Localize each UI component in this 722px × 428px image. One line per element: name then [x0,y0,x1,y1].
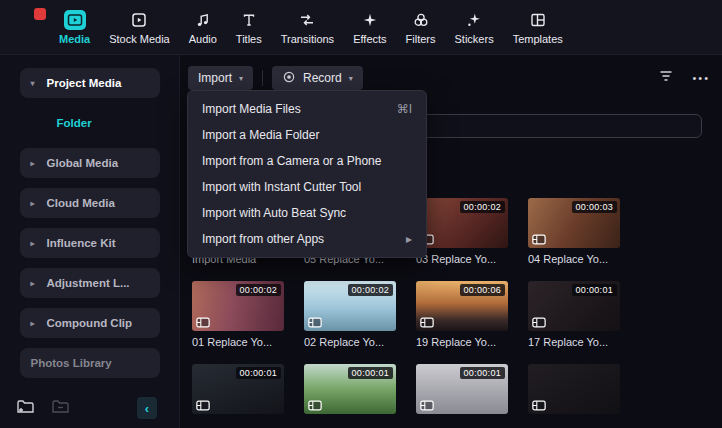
tab-filters[interactable]: Filters [397,10,445,45]
sidebar-item-label: Compound Clip [47,317,133,329]
media-title: 01 Replace Yo... [192,336,284,348]
media-tile[interactable] [528,364,620,419]
media-tile[interactable]: 00:00:02 02 Replace Yo... [304,281,396,348]
import-button-label: Import [198,71,232,85]
sidebar: ▾ Project Media Folder ▸ Global Media ▸ … [0,55,180,428]
menu-item-import-instant-cutter[interactable]: Import with Instant Cutter Tool [188,174,426,200]
tab-effects[interactable]: Effects [344,10,395,45]
menu-item-import-media-files[interactable]: Import Media Files ⌘I [188,96,426,122]
duration-badge: 00:00:02 [236,284,281,296]
tab-label: Templates [513,33,563,45]
media-tile[interactable]: 00:00:06 19 Replace Yo... [416,281,508,348]
video-thumbnail[interactable]: 00:00:02 [416,198,508,248]
video-thumbnail[interactable]: 00:00:02 [192,281,284,331]
media-title: 02 Replace Yo... [304,336,396,348]
chevron-down-icon: ▾ [31,79,39,88]
sidebar-item-label: Project Media [47,77,122,89]
tab-label: Audio [189,33,217,45]
sidebar-footer [16,398,70,419]
tab-transitions[interactable]: Transitions [272,10,343,45]
menu-item-import-media-folder[interactable]: Import a Media Folder [188,122,426,148]
video-thumbnail[interactable]: 00:00:06 [416,281,508,331]
import-button[interactable]: Import ▾ [188,66,253,90]
stock-media-icon [128,10,150,30]
sidebar-item-project-media[interactable]: ▾ Project Media [20,68,160,98]
menu-item-import-auto-beat-sync[interactable]: Import with Auto Beat Sync [188,200,426,226]
tab-media[interactable]: Media [50,10,99,45]
collapse-icon: ‹ [145,401,149,416]
caret-down-icon: ▾ [239,74,243,83]
media-icon [64,10,86,30]
media-tile[interactable]: 00:00:01 17 Replace Yo... [528,281,620,348]
media-title: 19 Replace Yo... [416,336,508,348]
collapse-sidebar-button[interactable]: ‹ [137,397,157,419]
sidebar-item-adjustment-layer[interactable]: ▸ Adjustment L... [20,268,160,298]
templates-icon [527,10,549,30]
filter-icon[interactable] [658,68,674,88]
video-thumbnail[interactable]: 00:00:01 [192,364,284,414]
effects-icon [359,10,381,30]
video-thumbnail[interactable]: 00:00:01 [528,281,620,331]
duration-badge: 00:00:03 [572,201,617,213]
tab-templates[interactable]: Templates [504,10,572,45]
media-tile[interactable]: 00:00:01 [304,364,396,419]
duration-badge: 00:00:02 [348,284,393,296]
duration-badge: 00:00:06 [460,284,505,296]
chevron-right-icon: ▸ [31,319,39,328]
menu-item-label: Import from a Camera or a Phone [202,154,381,168]
clip-icon [196,400,210,411]
window-close-button[interactable] [34,8,46,20]
sidebar-item-global-media[interactable]: ▸ Global Media [20,148,160,178]
caret-down-icon: ▾ [349,74,353,83]
sidebar-item-influence-kit[interactable]: ▸ Influence Kit [20,228,160,258]
tab-titles[interactable]: Titles [227,10,271,45]
tab-label: Titles [236,33,262,45]
media-tile[interactable]: 00:00:01 [416,364,508,419]
delete-folder-button[interactable] [51,398,70,419]
more-options-icon[interactable]: ••• [692,72,710,84]
media-tile[interactable]: 00:00:02 01 Replace Yo... [192,281,284,348]
chevron-right-icon: ▸ [31,279,39,288]
sidebar-item-label: Folder [57,117,92,129]
import-dropdown-menu: Import Media Files ⌘I Import a Media Fol… [187,90,427,258]
menu-item-import-camera-phone[interactable]: Import from a Camera or a Phone [188,148,426,174]
sidebar-item-label: Influence Kit [47,237,116,249]
record-button[interactable]: Record ▾ [272,66,363,90]
clip-icon [308,317,322,328]
clip-icon [532,234,546,245]
menu-item-import-other-apps[interactable]: Import from other Apps ▸ [188,226,426,252]
submenu-arrow-icon: ▸ [406,232,412,246]
tab-label: Media [59,33,90,45]
sidebar-item-label: Cloud Media [47,197,115,209]
sidebar-item-compound-clip[interactable]: ▸ Compound Clip [20,308,160,338]
video-thumbnail[interactable] [528,364,620,414]
tab-label: Stickers [455,33,494,45]
menu-item-shortcut: ⌘I [397,102,412,116]
sidebar-item-cloud-media[interactable]: ▸ Cloud Media [20,188,160,218]
media-title: 03 Replace Yo... [416,253,508,265]
tab-stock-media[interactable]: Stock Media [100,10,179,45]
menu-item-label: Import Media Files [202,102,301,116]
tab-audio[interactable]: Audio [180,10,226,45]
audio-icon [192,10,214,30]
new-folder-button[interactable] [16,398,35,419]
sidebar-item-label: Adjustment L... [47,277,130,289]
media-title: 04 Replace Yo... [528,253,620,265]
toolbar-divider [262,70,263,86]
tab-stickers[interactable]: Stickers [446,10,503,45]
media-tile[interactable]: 00:00:03 04 Replace Yo... [528,198,620,265]
media-tile[interactable]: 00:00:01 [192,364,284,419]
video-thumbnail[interactable]: 00:00:01 [416,364,508,414]
tab-label: Effects [353,33,386,45]
chevron-right-icon: ▸ [31,159,39,168]
video-thumbnail[interactable]: 00:00:03 [528,198,620,248]
sidebar-item-folder[interactable]: Folder [20,108,160,138]
media-tile[interactable]: 00:00:02 03 Replace Yo... [416,198,508,265]
video-thumbnail[interactable]: 00:00:01 [304,364,396,414]
sidebar-item-photos-library[interactable]: Photos Library [20,348,160,378]
menu-item-label: Import with Auto Beat Sync [202,206,346,220]
video-thumbnail[interactable]: 00:00:02 [304,281,396,331]
clip-icon [420,400,434,411]
top-tab-bar: Media Stock Media Audio Titles Transitio… [0,0,722,55]
media-title: 17 Replace Yo... [528,336,620,348]
